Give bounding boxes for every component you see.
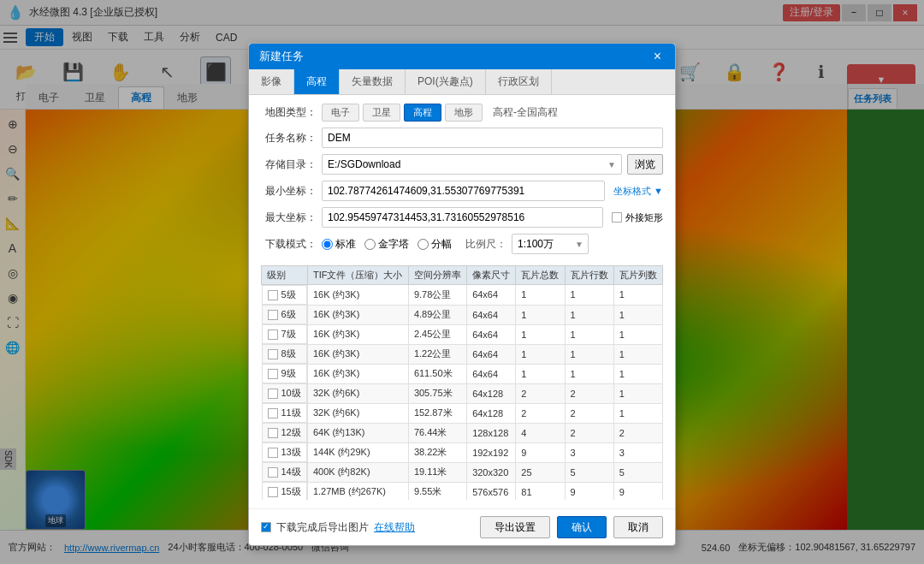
mode-standard-radio[interactable] — [322, 239, 333, 250]
cell-level: 9级 — [262, 364, 307, 383]
th-resolution: 空间分辨率 — [408, 266, 466, 285]
table-row[interactable]: 14级400K (约82K)19.11米320x3202555 — [262, 462, 663, 482]
table-row[interactable]: 6级16K (约3K)4.89公里64x64111 — [262, 305, 663, 324]
th-size: TIF文件（压缩）大小 — [307, 266, 408, 285]
cell-level: 7级 — [262, 324, 307, 344]
download-mode-row: 下载模式： 标准 金字塔 分幅 比例尺： 1:100万 — [261, 234, 663, 254]
mode-tile-radio[interactable] — [418, 239, 429, 250]
max-coord-input[interactable] — [322, 207, 603, 228]
task-name-input[interactable] — [322, 128, 663, 148]
mode-standard[interactable]: 标准 — [322, 237, 356, 252]
cell-data: 32K (约6K) — [307, 403, 408, 423]
level-checkbox[interactable] — [268, 467, 278, 478]
cancel-button[interactable]: 取消 — [613, 516, 663, 538]
cell-data: 1 — [516, 324, 565, 344]
modal-tab-image[interactable]: 影像 — [249, 69, 294, 94]
cell-data: 1 — [516, 305, 565, 324]
table-row[interactable]: 15级1.27MB (约267K)9.55米576x5768199 — [262, 482, 663, 500]
level-checkbox[interactable] — [268, 349, 278, 359]
level-checkbox[interactable] — [268, 408, 278, 419]
cell-level: 10级 — [262, 383, 307, 403]
level-checkbox[interactable] — [268, 329, 278, 340]
level-table-container[interactable]: 级别 TIF文件（压缩）大小 空间分辨率 像素尺寸 瓦片总数 瓦片行数 瓦片列数… — [261, 260, 663, 500]
mode-pyramid-radio[interactable] — [364, 239, 376, 250]
cell-data: 1.22公里 — [408, 344, 466, 364]
export-after-download-checkbox[interactable] — [261, 522, 271, 532]
outer-rect-checkbox[interactable] — [612, 212, 622, 223]
mode-tile[interactable]: 分幅 — [418, 237, 452, 252]
cell-data: 3 — [613, 442, 662, 462]
level-text: 11级 — [281, 407, 301, 419]
cell-data: 9 — [565, 482, 613, 500]
cell-data: 4 — [516, 423, 565, 442]
table-row[interactable]: 7级16K (约3K)2.45公里64x64111 — [262, 324, 663, 344]
cell-data: 1 — [516, 285, 565, 306]
table-row[interactable]: 8级16K (约3K)1.22公里64x64111 — [262, 344, 663, 364]
coord-format-btn[interactable]: 坐标格式 ▼ — [613, 185, 663, 198]
cell-data: 2 — [516, 403, 565, 423]
cell-data: 1 — [565, 364, 613, 383]
cell-data: 1 — [565, 305, 613, 324]
cell-data: 64K (约13K) — [307, 423, 408, 442]
cell-data: 1 — [613, 344, 662, 364]
export-settings-button[interactable]: 导出设置 — [480, 516, 550, 538]
confirm-button[interactable]: 确认 — [557, 516, 607, 538]
table-row[interactable]: 11级32K (约6K)152.87米64x128221 — [262, 403, 663, 423]
table-row[interactable]: 10级32K (约6K)305.75米64x128221 — [262, 383, 663, 403]
cell-data: 576x576 — [467, 482, 516, 500]
modal-tab-poi[interactable]: POI(兴趣点) — [406, 69, 486, 94]
radio-group: 标准 金字塔 分幅 — [322, 237, 452, 252]
cell-data: 25 — [516, 462, 565, 482]
cell-level: 6级 — [262, 305, 307, 324]
sub-tab-dianzi[interactable]: 电子 — [322, 104, 359, 122]
cell-data: 16K (约3K) — [307, 285, 408, 306]
sub-tab-weixing[interactable]: 卫星 — [363, 104, 400, 122]
table-row[interactable]: 5级16K (约3K)9.78公里64x64111 — [262, 285, 663, 306]
mode-pyramid[interactable]: 金字塔 — [364, 237, 409, 252]
table-row[interactable]: 13级144K (约29K)38.22米192x192933 — [262, 442, 663, 462]
min-coord-input[interactable] — [322, 181, 605, 201]
level-text: 14级 — [281, 466, 301, 478]
coord-format-area: 坐标格式 ▼ — [613, 185, 663, 198]
cell-level: 8级 — [262, 344, 307, 364]
table-row[interactable]: 12级64K (约13K)76.44米128x128422 — [262, 423, 663, 442]
cell-data: 320x320 — [467, 462, 516, 482]
modal-tab-admin[interactable]: 行政区划 — [486, 69, 552, 94]
cell-data: 16K (约3K) — [307, 324, 408, 344]
table-row[interactable]: 9级16K (约3K)611.50米64x64111 — [262, 364, 663, 383]
cell-data: 16K (约3K) — [307, 344, 408, 364]
scale-select[interactable]: 1:100万 1:50万 1:25万 — [512, 234, 589, 254]
cell-data: 305.75米 — [408, 383, 466, 403]
save-dir-display: E:/SGDownload ▼ — [322, 154, 622, 175]
cell-data: 400K (约82K) — [307, 462, 408, 482]
level-checkbox[interactable] — [268, 448, 278, 458]
cell-data: 9.78公里 — [408, 285, 466, 306]
level-checkbox[interactable] — [268, 487, 278, 497]
level-checkbox[interactable] — [268, 428, 278, 438]
level-text: 7级 — [281, 328, 296, 341]
scale-select-wrapper: 1:100万 1:50万 1:25万 ▼ — [512, 234, 589, 254]
cell-data: 128x128 — [467, 423, 516, 442]
level-checkbox[interactable] — [268, 290, 278, 300]
level-checkbox[interactable] — [268, 389, 278, 399]
online-help-link[interactable]: 在线帮助 — [374, 520, 415, 535]
level-checkbox[interactable] — [268, 369, 278, 379]
level-text: 12级 — [281, 426, 301, 439]
browse-button[interactable]: 浏览 — [627, 154, 663, 175]
cell-level: 15级 — [262, 482, 307, 500]
modal-tab-vector[interactable]: 矢量数据 — [340, 69, 406, 94]
cell-data: 81 — [516, 482, 565, 500]
modal-tabs: 影像 高程 矢量数据 POI(兴趣点) 行政区划 — [249, 69, 675, 95]
max-coord-label: 最大坐标： — [261, 211, 317, 225]
modal-tab-elevation[interactable]: 高程 — [294, 69, 340, 94]
cell-data: 144K (约29K) — [307, 442, 408, 462]
max-coord-row: 最大坐标： 外接矩形 — [261, 207, 663, 228]
modal-close-button[interactable]: × — [650, 49, 665, 64]
sub-tab-gaocheng[interactable]: 高程 — [404, 104, 441, 122]
sub-tab-dixing[interactable]: 地形 — [445, 104, 483, 122]
level-checkbox[interactable] — [268, 310, 278, 320]
cell-data: 9.55米 — [408, 482, 466, 500]
modal-body: 地图类型： 电子 卫星 高程 地形 高程-全国高程 任务名称： 存储目录： E:… — [249, 95, 675, 508]
cell-data: 16K (约3K) — [307, 364, 408, 383]
cell-data: 19.11米 — [408, 462, 466, 482]
